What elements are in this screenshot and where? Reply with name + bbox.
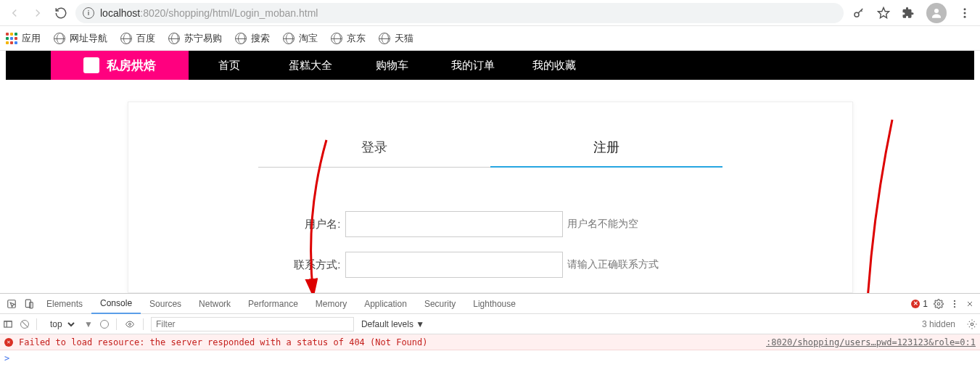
globe-icon [283, 33, 295, 44]
back-button[interactable] [6, 4, 23, 22]
tab-security[interactable]: Security [416, 294, 464, 314]
console-filterbar: top ▼ Default levels ▼ 3 hidden [0, 314, 980, 334]
extensions-icon[interactable] [902, 7, 915, 20]
brand-label: 私房烘焙 [107, 57, 156, 74]
nav-cart[interactable]: 购物车 [351, 51, 432, 80]
site-info-icon[interactable]: i [83, 7, 94, 19]
key-icon[interactable] [852, 7, 865, 20]
svg-point-5 [964, 15, 966, 17]
more-icon[interactable] [950, 299, 960, 309]
site-brand[interactable]: 私房烘焙 [51, 51, 189, 80]
auth-tabs: 登录 注册 [128, 139, 852, 168]
brand-icon [83, 57, 99, 73]
apps-icon [6, 33, 17, 44]
input-username[interactable] [345, 211, 563, 237]
context-select[interactable]: top [44, 317, 77, 331]
tab-register[interactable]: 注册 [490, 139, 722, 168]
forward-button[interactable] [29, 4, 46, 22]
tab-application[interactable]: Application [355, 294, 416, 314]
browser-address-bar: i localhost:8020/shopping/html/Login_mob… [0, 0, 980, 26]
svg-point-19 [128, 323, 131, 325]
nav-home[interactable]: 首页 [189, 51, 270, 80]
bookmark-item[interactable]: 淘宝 [283, 32, 318, 45]
console-error-row: ✕ Failed to load resource: the server re… [0, 334, 980, 350]
input-contact[interactable] [345, 252, 563, 278]
reload-button[interactable] [52, 4, 70, 22]
form-row-contact: 联系方式: 请输入正确联系方式 [128, 252, 852, 278]
svg-point-11 [954, 300, 955, 301]
error-count-text: 1 [923, 299, 928, 309]
label-username: 用户名: [283, 218, 341, 231]
svg-point-2 [934, 9, 939, 13]
url-bar[interactable]: i localhost:8020/shopping/html/Login_mob… [75, 3, 844, 23]
form-rows: 用户名: 用户名不能为空 联系方式: 请输入正确联系方式 [128, 211, 852, 278]
globe-icon [331, 33, 342, 44]
nav-favorites[interactable]: 我的收藏 [514, 51, 595, 80]
label-contact: 联系方式: [283, 258, 341, 272]
apps-shortcut[interactable]: 应用 [6, 32, 41, 45]
form-row-username: 用户名: 用户名不能为空 [128, 211, 852, 237]
apps-label: 应用 [22, 32, 41, 45]
svg-rect-16 [4, 321, 12, 326]
svg-point-3 [964, 8, 966, 10]
globe-icon [54, 33, 65, 44]
error-count-badge[interactable]: ✕ 1 [911, 299, 928, 309]
hint-username: 用户名不能为空 [567, 218, 698, 231]
chrome-actions [849, 3, 974, 23]
nav-cakes[interactable]: 蛋糕大全 [270, 51, 351, 80]
devtools-tabs: Elements Console Sources Network Perform… [0, 294, 980, 314]
tab-lighthouse[interactable]: Lighthouse [464, 294, 524, 314]
inspect-icon[interactable] [3, 299, 20, 309]
error-message: Failed to load resource: the server resp… [19, 337, 428, 347]
error-source-link[interactable]: :8020/shopping/users…pwd=123123&role=0:1 [766, 337, 976, 347]
svg-point-12 [954, 302, 955, 304]
hint-contact: 请输入正确联系方式 [567, 258, 698, 271]
account-icon[interactable] [926, 3, 947, 23]
tab-login[interactable]: 登录 [258, 139, 490, 168]
tab-console[interactable]: Console [91, 294, 141, 314]
settings-icon[interactable] [934, 299, 944, 309]
nav-orders[interactable]: 我的订单 [432, 51, 514, 80]
bookmark-item[interactable]: 百度 [120, 32, 155, 45]
svg-rect-8 [25, 300, 30, 308]
svg-point-13 [954, 305, 955, 307]
live-expression-icon[interactable] [100, 320, 109, 329]
bookmark-bar: 应用 网址导航 百度 苏宁易购 搜索 淘宝 京东 天猫 [0, 26, 980, 51]
console-prompt[interactable]: > [0, 350, 980, 366]
close-devtools-icon[interactable] [965, 300, 974, 308]
globe-icon [168, 33, 180, 44]
url-text: localhost:8020/shopping/html/Login_moban… [100, 7, 318, 19]
bookmark-item[interactable]: 苏宁易购 [168, 32, 222, 45]
tab-network[interactable]: Network [190, 294, 239, 314]
globe-icon [235, 33, 247, 44]
hidden-messages[interactable]: 3 hidden [922, 319, 960, 329]
globe-icon [379, 33, 390, 44]
svg-point-20 [971, 323, 973, 326]
bookmark-item[interactable]: 天猫 [379, 32, 413, 45]
console-settings-icon[interactable] [967, 319, 977, 329]
clear-console-icon[interactable] [20, 320, 29, 329]
devtools: Elements Console Sources Network Perform… [0, 293, 980, 366]
svg-marker-1 [878, 7, 889, 17]
sidebar-toggle-icon[interactable] [3, 319, 13, 329]
filter-input[interactable] [151, 317, 354, 331]
tab-sources[interactable]: Sources [141, 294, 190, 314]
tab-memory[interactable]: Memory [307, 294, 355, 314]
globe-icon [120, 33, 132, 44]
error-icon: ✕ [4, 338, 13, 347]
bookmark-item[interactable]: 网址导航 [54, 32, 107, 45]
bookmark-item[interactable]: 搜索 [235, 32, 270, 45]
error-dot-icon: ✕ [911, 300, 920, 308]
svg-point-4 [964, 12, 966, 14]
tab-performance[interactable]: Performance [239, 294, 307, 314]
log-levels-select[interactable]: Default levels ▼ [361, 319, 424, 329]
bookmark-item[interactable]: 京东 [331, 32, 366, 45]
device-icon[interactable] [20, 299, 38, 309]
star-icon[interactable] [877, 7, 890, 20]
site-nav: 私房烘焙 首页 蛋糕大全 购物车 我的订单 我的收藏 [6, 51, 974, 80]
svg-point-10 [937, 302, 940, 305]
login-panel: 登录 注册 用户名: 用户名不能为空 联系方式: 请输入正确联系方式 [128, 102, 853, 293]
tab-elements[interactable]: Elements [38, 294, 91, 314]
eye-icon[interactable] [124, 320, 136, 329]
menu-icon[interactable] [958, 7, 971, 20]
